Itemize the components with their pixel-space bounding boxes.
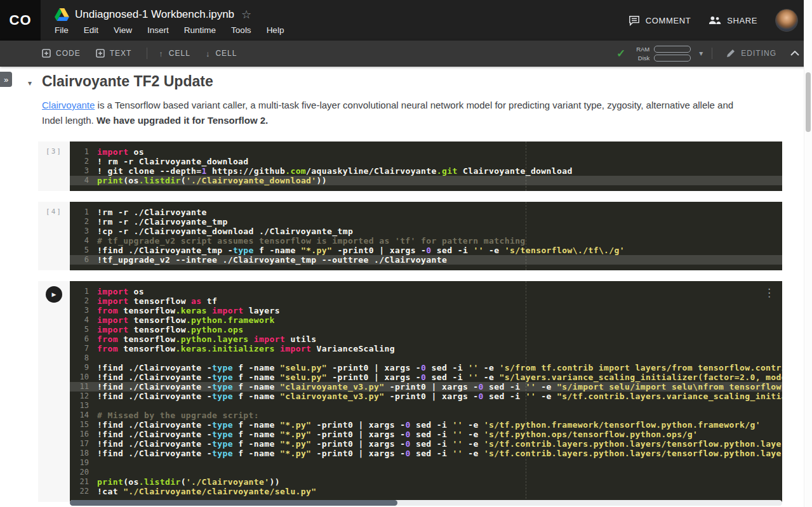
- code-line[interactable]: 20: [70, 468, 782, 477]
- disk-label: Disk: [633, 55, 649, 62]
- move-cell-up-button[interactable]: ↑ CELL: [159, 49, 190, 58]
- cell-gutter[interactable]: ▶: [38, 281, 70, 502]
- editing-mode-button[interactable]: EDITING: [726, 49, 776, 58]
- code-line[interactable]: 13: [70, 401, 782, 411]
- add-code-icon: [42, 49, 51, 58]
- pencil-icon: [726, 49, 735, 58]
- collapse-toolbar-icon[interactable]: [790, 51, 799, 56]
- code-line[interactable]: 7from tensorflow.keras.initializers impo…: [70, 344, 782, 353]
- code-line[interactable]: 6!tf_upgrade_v2 --intree ./Clairvoyante_…: [70, 255, 782, 265]
- code-line[interactable]: 2!rm -r ./Clairvoyante_tmp: [70, 217, 782, 227]
- line-number: 15: [70, 420, 89, 430]
- menu-view[interactable]: View: [114, 25, 132, 35]
- share-button[interactable]: SHARE: [709, 16, 757, 25]
- menu-runtime[interactable]: Runtime: [184, 25, 216, 35]
- code-line[interactable]: 3! git clone --depth=1 https://github.co…: [70, 166, 782, 176]
- menu-insert[interactable]: Insert: [147, 25, 169, 35]
- code-line[interactable]: 3!cp -r ./Clairvoyante_download ./Clairv…: [70, 227, 782, 236]
- markdown-cell[interactable]: ▾ Clairvoyante TF2 Update Clairvoyante i…: [42, 73, 782, 128]
- vertical-scrollbar-thumb[interactable]: [806, 72, 811, 132]
- line-number: 16: [70, 430, 89, 439]
- code-editor[interactable]: ⋮ 1import os2import tensorflow as tf3fro…: [70, 281, 782, 502]
- user-avatar[interactable]: [775, 9, 798, 32]
- code-line[interactable]: 1!rm -r ./Clairvoyante: [70, 207, 782, 217]
- markdown-body: Clairvoyante is a Tensorflow based varia…: [42, 98, 754, 128]
- line-number: 3: [70, 227, 89, 236]
- notebook-title[interactable]: Undiagnosed-1 Workbench.ipynb: [75, 8, 234, 21]
- code-text: !find ./Clairvoyante -type f -name "clai…: [97, 392, 782, 401]
- code-line[interactable]: 8: [70, 353, 782, 363]
- star-icon[interactable]: ☆: [241, 8, 251, 22]
- line-number: 7: [70, 344, 89, 353]
- resource-monitor[interactable]: RAM Disk: [633, 46, 691, 62]
- run-cell-button[interactable]: ▶: [46, 286, 62, 303]
- code-line[interactable]: 10!find ./Clairvoyante -type f -name "se…: [70, 372, 782, 382]
- code-cell-active[interactable]: ▶ ⋮ 1import os2import tensorflow as tf3f…: [38, 281, 782, 502]
- code-line[interactable]: 4import tensorflow.python.framework: [70, 315, 782, 325]
- code-line[interactable]: 12!find ./Clairvoyante -type f -name "cl…: [70, 392, 782, 401]
- sidebar-expand-icon: »: [4, 75, 8, 84]
- code-line[interactable]: 11!find ./Clairvoyante -type f -name "cl…: [70, 382, 782, 392]
- code-line[interactable]: 3from tensorflow.keras import layers: [70, 306, 782, 315]
- clairvoyante-link[interactable]: Clairvoyante: [42, 100, 95, 110]
- menu-help[interactable]: Help: [267, 25, 284, 35]
- line-number: 2: [70, 217, 89, 227]
- code-text: import os: [97, 287, 144, 296]
- sidebar-expand-button[interactable]: »: [0, 72, 12, 87]
- code-line[interactable]: 2import tensorflow as tf: [70, 296, 782, 306]
- line-number: 12: [70, 392, 89, 401]
- horizontal-scrollbar-thumb[interactable]: [70, 500, 397, 506]
- add-code-cell-button[interactable]: CODE: [42, 49, 81, 58]
- drive-icon: [55, 8, 69, 21]
- code-line[interactable]: 17!find ./Clairvoyante -type f -name "*.…: [70, 439, 782, 449]
- code-line[interactable]: 2! rm -r Clairvoyante_download: [70, 157, 782, 166]
- menu-tools[interactable]: Tools: [231, 25, 251, 35]
- code-cell-3[interactable]: [3] 1import os2! rm -r Clairvoyante_down…: [38, 142, 782, 191]
- cell-options-icon[interactable]: ⋮: [764, 286, 775, 300]
- line-number: 4: [70, 176, 89, 185]
- add-text-cell-button[interactable]: TEXT: [96, 49, 132, 58]
- vertical-scrollbar[interactable]: [804, 0, 812, 507]
- code-line[interactable]: 9!find ./Clairvoyante -type f -name "sel…: [70, 363, 782, 372]
- line-number: 11: [70, 382, 89, 392]
- code-line[interactable]: 22!cat "./Clairvoyante/clairvoyante/selu…: [70, 487, 782, 496]
- code-line[interactable]: 5!find ./Clairvoyante_tmp -type f -name …: [70, 246, 782, 255]
- code-line[interactable]: 4# tf_upgrade_v2 script assumes tensorfl…: [70, 236, 782, 246]
- cell-down-label: CELL: [215, 49, 237, 58]
- menu-edit[interactable]: Edit: [84, 25, 98, 35]
- code-line[interactable]: 14# Missed by the upgrade script:: [70, 411, 782, 420]
- code-line[interactable]: 21print(os.listdir('./Clairvoyante')): [70, 477, 782, 487]
- section-collapse-icon[interactable]: ▾: [28, 79, 32, 88]
- code-line[interactable]: 1import os: [70, 147, 782, 157]
- arrow-up-icon: ↑: [159, 49, 164, 58]
- code-line[interactable]: 6from tensorflow.python.layers import ut…: [70, 334, 782, 344]
- code-line[interactable]: 18!find ./Clairvoyante -type f -name "*.…: [70, 449, 782, 458]
- connected-check-icon: ✓: [616, 47, 625, 60]
- line-number: 3: [70, 166, 89, 176]
- code-cell-4[interactable]: [4] 1!rm -r ./Clairvoyante2!rm -r ./Clai…: [38, 202, 782, 270]
- execution-count[interactable]: [4]: [46, 207, 62, 216]
- menu-file[interactable]: File: [55, 25, 69, 35]
- code-line[interactable]: 19: [70, 458, 782, 468]
- cell-gutter[interactable]: [4]: [38, 202, 70, 270]
- code-line[interactable]: 16!find ./Clairvoyante -type f -name "*.…: [70, 430, 782, 439]
- code-editor[interactable]: 1import os2! rm -r Clairvoyante_download…: [70, 142, 782, 191]
- code-line[interactable]: 5import tensorflow.python.ops: [70, 325, 782, 334]
- line-number: 5: [70, 246, 89, 255]
- code-line[interactable]: 1import os: [70, 287, 782, 296]
- line-number: 2: [70, 157, 89, 166]
- horizontal-scrollbar[interactable]: [70, 500, 782, 506]
- comment-button[interactable]: COMMENT: [629, 15, 691, 26]
- move-cell-down-button[interactable]: ↓ CELL: [206, 49, 237, 58]
- code-editor[interactable]: 1!rm -r ./Clairvoyante2!rm -r ./Clairvoy…: [70, 202, 782, 270]
- colab-logo[interactable]: CO: [0, 0, 41, 41]
- code-text: !find ./Clairvoyante -type f -name "*.py…: [97, 420, 761, 430]
- ram-usage-bar: [654, 46, 691, 53]
- section-heading: Clairvoyante TF2 Update: [42, 73, 782, 90]
- code-text: !find ./Clairvoyante -type f -name "*.py…: [97, 439, 782, 449]
- code-line[interactable]: 4print(os.listdir('./Clairvoyante_downlo…: [70, 176, 782, 185]
- resources-dropdown-icon[interactable]: ▾: [699, 49, 703, 58]
- execution-count[interactable]: [3]: [46, 147, 62, 155]
- code-line[interactable]: 15!find ./Clairvoyante -type f -name "*.…: [70, 420, 782, 430]
- cell-gutter[interactable]: [3]: [38, 142, 70, 191]
